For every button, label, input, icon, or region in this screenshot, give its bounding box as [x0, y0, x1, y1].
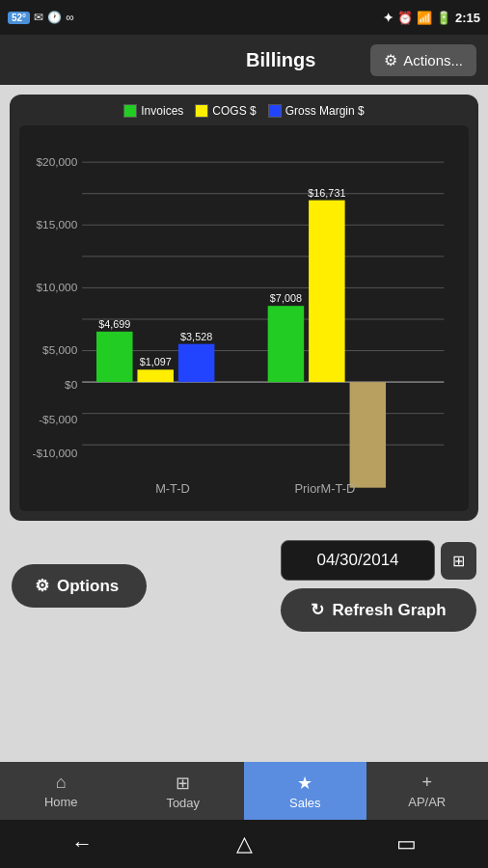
- clock-icon: 🕐: [47, 11, 62, 24]
- invoices-label: Invoices: [141, 104, 183, 118]
- svg-text:$20,000: $20,000: [37, 155, 78, 169]
- temperature-badge: 52°: [8, 12, 30, 24]
- options-button[interactable]: ⚙ Options: [12, 564, 147, 608]
- svg-text:$5,000: $5,000: [42, 344, 78, 358]
- svg-text:$0: $0: [65, 378, 78, 392]
- sales-icon: ★: [297, 773, 312, 794]
- tab-today[interactable]: ⊞ Today: [122, 762, 245, 820]
- svg-text:-$10,000: -$10,000: [33, 447, 78, 460]
- legend-cogs: COGS $: [195, 104, 256, 118]
- home-nav-icon: △: [236, 831, 253, 855]
- recent-button[interactable]: ▭: [377, 824, 436, 864]
- status-right: ✦ ⏰ 📶 🔋 2:15: [383, 11, 480, 25]
- svg-text:$15,000: $15,000: [37, 218, 78, 231]
- svg-text:$3,528: $3,528: [180, 331, 212, 342]
- calendar-icon: ⊞: [452, 553, 465, 569]
- status-bar: 52° ✉ 🕐 ∞ ✦ ⏰ 📶 🔋 2:15: [0, 0, 488, 35]
- svg-text:$10,000: $10,000: [37, 281, 78, 294]
- back-icon: ←: [71, 831, 93, 855]
- svg-text:$7,008: $7,008: [270, 292, 302, 304]
- time-display: 2:15: [455, 11, 480, 25]
- prior-cogs-bar: [309, 201, 345, 383]
- tab-today-label: Today: [166, 796, 200, 810]
- tab-apar[interactable]: + AP/AR: [366, 762, 489, 820]
- svg-text:-$5,000: -$5,000: [39, 413, 78, 426]
- gross-margin-color: [268, 104, 282, 118]
- tab-sales-label: Sales: [289, 796, 321, 810]
- battery-icon: 🔋: [436, 11, 451, 25]
- home-button[interactable]: △: [217, 824, 272, 864]
- mtd-cogs-bar: [137, 369, 174, 382]
- date-row: 04/30/2014 ⊞: [281, 540, 476, 581]
- chart-area: $20,000 $15,000 $10,000 $5,000 $0 -$5,00…: [19, 125, 469, 511]
- refresh-icon: ↻: [311, 600, 324, 620]
- status-left: 52° ✉ 🕐 ∞: [8, 11, 74, 24]
- bluetooth-icon: ✦: [383, 11, 393, 25]
- back-button[interactable]: ←: [52, 824, 112, 864]
- controls-row: ⚙ Options 04/30/2014 ⊞ ↻ Refresh Graph: [10, 534, 478, 637]
- legend-invoices: Invoices: [123, 104, 183, 118]
- svg-text:$1,097: $1,097: [140, 356, 172, 367]
- tab-sales[interactable]: ★ Sales: [244, 762, 366, 820]
- tab-home-label: Home: [44, 795, 78, 809]
- gmail-icon: ✉: [34, 11, 43, 24]
- date-field[interactable]: 04/30/2014: [281, 540, 435, 581]
- actions-label: Actions...: [403, 52, 463, 68]
- home-icon: ⌂: [56, 773, 67, 793]
- options-gear-icon: ⚙: [35, 576, 49, 596]
- apar-icon: +: [421, 773, 432, 793]
- prior-invoices-bar: [268, 306, 305, 382]
- recent-icon: ▭: [396, 831, 417, 855]
- actions-button[interactable]: ⚙ Actions...: [370, 44, 476, 76]
- svg-text:PriorM-T-D: PriorM-T-D: [295, 481, 356, 496]
- alarm-icon: ⏰: [397, 11, 413, 25]
- calendar-button[interactable]: ⊞: [441, 542, 476, 580]
- chart-svg: $20,000 $15,000 $10,000 $5,000 $0 -$5,00…: [25, 135, 463, 502]
- voicemail-icon: ∞: [66, 11, 74, 24]
- top-nav: Billings ⚙ Actions...: [0, 35, 488, 85]
- cogs-label: COGS $: [212, 104, 256, 118]
- svg-text:$4,699: $4,699: [98, 318, 130, 330]
- today-icon: ⊞: [176, 773, 190, 794]
- chart-container: Invoices COGS $ Gross Margin $: [10, 95, 478, 521]
- gross-margin-label: Gross Margin $: [285, 104, 365, 118]
- refresh-label: Refresh Graph: [332, 601, 446, 620]
- legend-gross-margin: Gross Margin $: [268, 104, 365, 118]
- gear-icon: ⚙: [384, 51, 397, 69]
- chart-legend: Invoices COGS $ Gross Margin $: [19, 104, 469, 118]
- page-title: Billings: [191, 49, 370, 71]
- bottom-tabs: ⌂ Home ⊞ Today ★ Sales + AP/AR: [0, 762, 488, 820]
- mtd-gross-margin-bar: [178, 344, 215, 382]
- options-label: Options: [57, 577, 119, 596]
- cogs-color: [195, 104, 208, 118]
- svg-text:M-T-D: M-T-D: [155, 481, 190, 496]
- refresh-graph-button[interactable]: ↻ Refresh Graph: [281, 588, 476, 632]
- mtd-invoices-bar: [96, 332, 133, 382]
- tab-apar-label: AP/AR: [408, 795, 446, 809]
- prior-gross-margin-bar: [350, 382, 387, 488]
- date-refresh-group: 04/30/2014 ⊞ ↻ Refresh Graph: [281, 540, 476, 632]
- android-nav: ← △ ▭: [0, 820, 488, 868]
- wifi-icon: 📶: [417, 11, 432, 25]
- invoices-color: [123, 104, 137, 118]
- main-content: Invoices COGS $ Gross Margin $: [0, 85, 488, 762]
- svg-text:$16,731: $16,731: [308, 187, 345, 199]
- tab-home[interactable]: ⌂ Home: [0, 762, 122, 820]
